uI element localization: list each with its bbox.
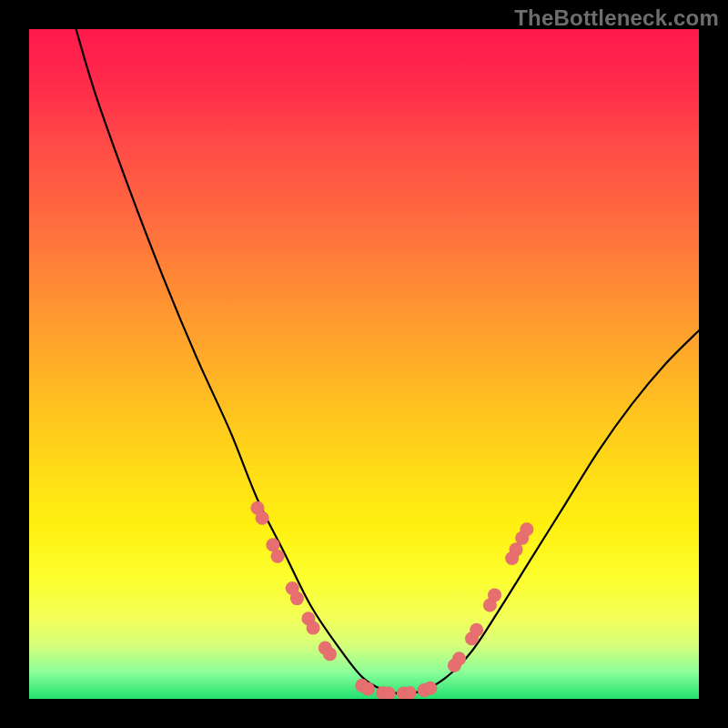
svg-point-15	[403, 686, 417, 699]
chart-svg	[29, 29, 699, 699]
right-cluster-points	[448, 522, 533, 672]
bottleneck-curve	[76, 29, 699, 693]
svg-point-7	[307, 621, 320, 634]
svg-point-5	[290, 592, 304, 605]
svg-point-1	[256, 511, 269, 525]
plot-area	[29, 29, 699, 699]
svg-point-21	[470, 623, 483, 637]
watermark-text: TheBottleneck.com	[514, 5, 719, 31]
svg-point-11	[361, 682, 375, 695]
svg-point-23	[488, 588, 501, 602]
svg-point-27	[520, 522, 533, 536]
svg-point-17	[423, 682, 437, 695]
chart-frame: TheBottleneck.com	[0, 0, 728, 728]
svg-point-9	[323, 647, 337, 661]
svg-point-19	[452, 652, 466, 665]
svg-point-13	[382, 687, 396, 699]
svg-point-3	[271, 550, 285, 563]
valley-points	[355, 679, 437, 699]
left-cluster-points	[250, 501, 336, 661]
